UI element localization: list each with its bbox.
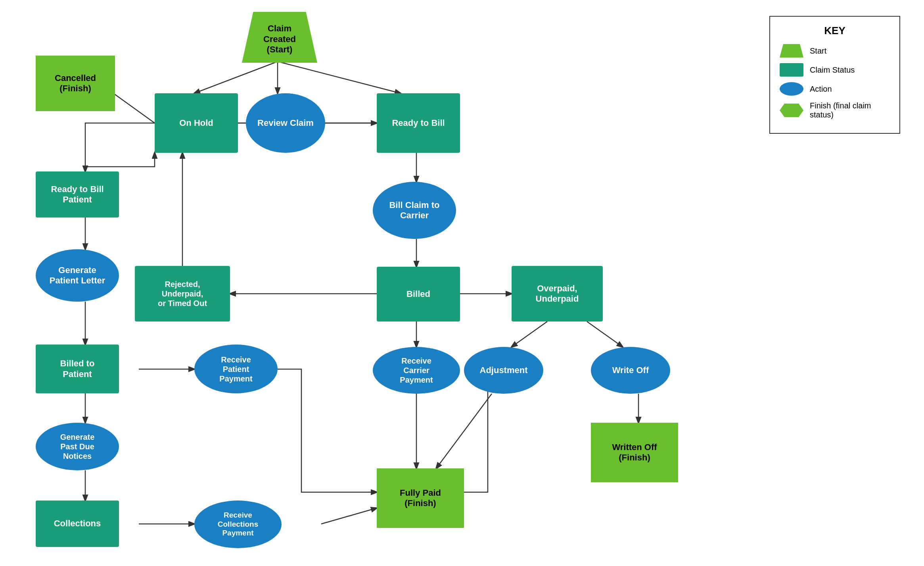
- collections-label: Collections: [54, 518, 101, 529]
- key-row-start: Start: [780, 44, 890, 58]
- generate-past-due-node: Generate Past Due Notices: [36, 423, 119, 470]
- collections-node: Collections: [36, 501, 119, 547]
- receive-patient-payment-node: Receive Patient Payment: [194, 345, 278, 393]
- key-row-action: Action: [780, 82, 890, 96]
- key-row-status: Claim Status: [780, 63, 890, 77]
- key-box: KEY Start Claim Status Action: [769, 16, 900, 134]
- key-finish-icon: [780, 104, 803, 117]
- bill-claim-to-carrier-node: Bill Claim to Carrier: [373, 182, 456, 239]
- on-hold-label: On Hold: [179, 118, 213, 128]
- generate-past-due-label: Generate Past Due Notices: [60, 432, 95, 461]
- claim-created-label: Claim Created (Start): [263, 19, 296, 55]
- ready-to-bill-label: Ready to Bill: [392, 118, 445, 128]
- key-start-label: Start: [810, 46, 826, 56]
- write-off-label: Write Off: [612, 365, 649, 375]
- key-action-icon: [780, 82, 803, 96]
- rejected-underpaid-label: Rejected, Underpaid, or Timed Out: [158, 279, 207, 308]
- written-off-node: Written Off (Finish): [591, 423, 678, 482]
- key-status-icon: [780, 63, 803, 77]
- adjustment-node: Adjustment: [464, 347, 543, 394]
- svg-line-14: [512, 322, 547, 347]
- write-off-node: Write Off: [591, 347, 670, 394]
- review-claim-label: Review Claim: [257, 118, 314, 128]
- billed-node: Billed: [377, 267, 460, 322]
- svg-line-0: [194, 62, 278, 93]
- key-finish-label: Finish (final claim status): [810, 101, 890, 119]
- key-status-label: Claim Status: [810, 65, 855, 75]
- review-claim-node: Review Claim: [246, 93, 325, 153]
- claim-created-node: Claim Created (Start): [242, 12, 317, 63]
- ready-to-bill-node: Ready to Bill: [377, 93, 460, 153]
- key-title: KEY: [780, 25, 890, 37]
- receive-carrier-payment-label: Receive Carrier Payment: [400, 356, 433, 385]
- svg-line-2: [278, 62, 401, 93]
- receive-collections-payment-label: Receive Collections Payment: [218, 511, 258, 538]
- receive-collections-payment-node: Receive Collections Payment: [194, 501, 282, 548]
- key-row-finish: Finish (final claim status): [780, 101, 890, 119]
- receive-carrier-payment-node: Receive Carrier Payment: [373, 347, 460, 394]
- generate-patient-letter-node: Generate Patient Letter: [36, 249, 119, 302]
- cancelled-node: Cancelled (Finish): [36, 56, 115, 111]
- svg-line-22: [321, 508, 377, 524]
- overpaid-underpaid-node: Overpaid, Underpaid: [512, 266, 603, 322]
- ready-to-bill-patient-label: Ready to Bill Patient: [51, 184, 104, 205]
- svg-line-23: [436, 394, 492, 468]
- rejected-underpaid-node: Rejected, Underpaid, or Timed Out: [135, 266, 230, 322]
- key-start-icon: [780, 44, 803, 58]
- ready-to-bill-patient-node: Ready to Bill Patient: [36, 171, 119, 218]
- generate-patient-letter-label: Generate Patient Letter: [50, 265, 105, 286]
- svg-line-15: [587, 322, 623, 347]
- bill-claim-to-carrier-label: Bill Claim to Carrier: [389, 200, 439, 221]
- adjustment-label: Adjustment: [480, 365, 528, 375]
- workflow-diagram: Claim Created (Start) On Hold Review Cla…: [0, 0, 924, 566]
- fully-paid-node: Fully Paid (Finish): [377, 468, 464, 528]
- overpaid-underpaid-label: Overpaid, Underpaid: [536, 283, 579, 304]
- key-action-label: Action: [810, 85, 832, 94]
- billed-to-patient-label: Billed to Patient: [60, 358, 95, 379]
- on-hold-node: On Hold: [155, 93, 238, 153]
- receive-patient-payment-label: Receive Patient Payment: [219, 355, 252, 383]
- svg-marker-27: [780, 104, 803, 117]
- billed-label: Billed: [406, 289, 430, 299]
- billed-to-patient-node: Billed to Patient: [36, 345, 119, 393]
